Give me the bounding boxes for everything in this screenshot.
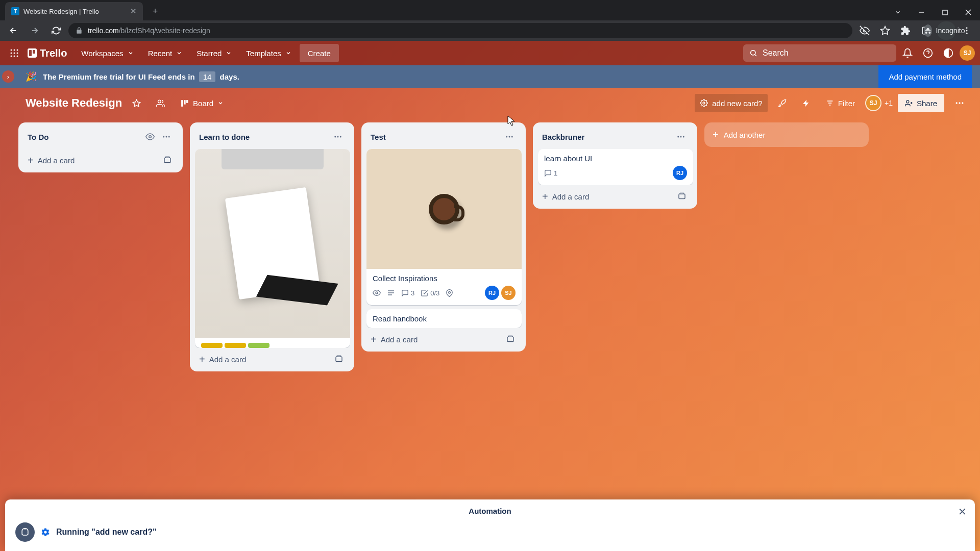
svg-point-24: [158, 100, 161, 103]
lock-icon: [76, 27, 83, 34]
list-menu-icon[interactable]: [501, 130, 518, 144]
trello-logo[interactable]: Trello: [26, 47, 73, 59]
board-view-switcher[interactable]: Board: [175, 94, 229, 112]
svg-point-10: [11, 49, 12, 51]
share-button[interactable]: Share: [898, 94, 944, 112]
template-icon[interactable]: [503, 333, 518, 345]
watch-icon[interactable]: [142, 130, 158, 144]
svg-point-52: [376, 292, 378, 294]
list-menu-icon[interactable]: [158, 130, 175, 144]
close-window-icon[interactable]: [957, 4, 980, 20]
list-title[interactable]: Test: [371, 133, 501, 141]
svg-point-36: [959, 102, 960, 104]
url-input[interactable]: trello.com/b/lzcfSh4q/website-redesign: [68, 23, 852, 38]
maximize-icon[interactable]: [933, 4, 957, 20]
svg-point-46: [340, 136, 341, 138]
card-collect-inspirations[interactable]: Collect Inspirations 3 0/3 RJ SJ: [366, 149, 522, 305]
list-backburner: Backbruner learn about UI 1 RJ +Add a ca…: [533, 122, 697, 209]
member-avatar[interactable]: RJ: [673, 166, 687, 180]
svg-rect-26: [184, 100, 186, 105]
browser-menu-icon[interactable]: [958, 21, 976, 40]
card-read-handbook[interactable]: Read handbook: [366, 309, 522, 328]
search-icon: [749, 49, 757, 57]
search-input[interactable]: Search: [743, 44, 896, 62]
trello-logo-icon: [28, 48, 37, 58]
add-card-button[interactable]: +Add a card: [195, 348, 350, 366]
description-icon: [387, 289, 395, 297]
template-icon[interactable]: [675, 190, 689, 203]
create-button[interactable]: Create: [300, 44, 339, 62]
card-title: Read handbook: [373, 314, 516, 323]
eye-off-icon[interactable]: [855, 21, 874, 40]
svg-marker-23: [133, 99, 140, 106]
svg-point-50: [509, 136, 510, 138]
back-button[interactable]: [4, 21, 22, 40]
new-tab-button[interactable]: +: [148, 4, 162, 18]
automation-rule-button[interactable]: add new card?: [695, 94, 767, 112]
theme-icon[interactable]: [939, 44, 958, 62]
app-switcher-icon[interactable]: [5, 44, 23, 62]
template-icon[interactable]: [160, 154, 175, 166]
star-board-icon[interactable]: [127, 94, 146, 112]
board-canvas[interactable]: To Do +Add a card Learn to done +Add a c…: [0, 118, 980, 551]
extensions-icon[interactable]: [896, 21, 915, 40]
add-card-button[interactable]: +Add a card: [23, 149, 179, 167]
list-test: Test Collect Inspirations 3 0/3: [361, 122, 526, 352]
board-title[interactable]: Website Redesign: [26, 96, 122, 110]
filter-button[interactable]: Filter: [821, 94, 860, 112]
svg-point-14: [14, 53, 15, 54]
svg-point-59: [677, 136, 679, 138]
close-tab-icon[interactable]: ✕: [130, 7, 137, 16]
forward-button[interactable]: [26, 21, 44, 40]
browser-tab[interactable]: T Website Redesign | Trello ✕: [5, 2, 143, 20]
svg-point-15: [17, 53, 18, 54]
card[interactable]: [195, 149, 350, 348]
card-title: learn about UI: [544, 154, 687, 163]
window-controls: [886, 4, 980, 20]
svg-point-49: [506, 136, 507, 138]
starred-menu[interactable]: Starred: [190, 44, 238, 62]
svg-point-9: [966, 33, 968, 34]
recent-menu[interactable]: Recent: [142, 44, 189, 62]
list-title[interactable]: Backbruner: [542, 133, 673, 141]
svg-marker-4: [881, 27, 890, 35]
svg-point-40: [166, 136, 167, 138]
board-member-avatar[interactable]: SJ: [865, 95, 881, 111]
expand-sidebar-icon[interactable]: ›: [2, 70, 14, 83]
add-card-button[interactable]: +Add a card: [366, 328, 522, 346]
user-avatar[interactable]: SJ: [960, 45, 975, 61]
add-card-button[interactable]: +Add a card: [538, 185, 693, 204]
incognito-badge[interactable]: Incognito: [937, 21, 955, 40]
minimize-icon[interactable]: [910, 4, 933, 20]
list-menu-icon[interactable]: [673, 130, 689, 144]
svg-point-44: [334, 136, 336, 138]
member-count[interactable]: +1: [885, 99, 893, 107]
template-icon[interactable]: [332, 353, 346, 365]
notifications-icon[interactable]: [898, 44, 917, 62]
visibility-icon[interactable]: [151, 94, 170, 112]
powerups-icon[interactable]: [773, 94, 792, 112]
tab-search-icon[interactable]: [886, 4, 910, 20]
member-avatar[interactable]: RJ: [485, 286, 499, 300]
close-icon[interactable]: ✕: [958, 506, 967, 518]
list-title[interactable]: To Do: [28, 133, 142, 141]
workspaces-menu[interactable]: Workspaces: [75, 44, 139, 62]
svg-point-38: [149, 136, 152, 138]
automation-icon[interactable]: [797, 94, 816, 112]
reload-button[interactable]: [47, 21, 65, 40]
templates-menu[interactable]: Templates: [240, 44, 297, 62]
add-list-button[interactable]: +Add another: [704, 122, 869, 147]
card-badges: 3 0/3 RJ SJ: [373, 286, 516, 300]
star-icon[interactable]: [876, 21, 894, 40]
tab-title: Website Redesign | Trello: [23, 8, 99, 15]
help-icon[interactable]: [919, 44, 937, 62]
board-menu-icon[interactable]: [949, 94, 970, 112]
member-avatar[interactable]: SJ: [501, 286, 516, 300]
card-learn-ui[interactable]: learn about UI 1 RJ: [538, 149, 693, 185]
svg-point-11: [14, 49, 15, 51]
list-title[interactable]: Learn to done: [199, 133, 330, 141]
add-payment-button[interactable]: Add payment method: [878, 65, 972, 88]
bot-icon: [15, 522, 35, 542]
list-menu-icon[interactable]: [330, 130, 346, 144]
watch-icon: [373, 289, 381, 297]
